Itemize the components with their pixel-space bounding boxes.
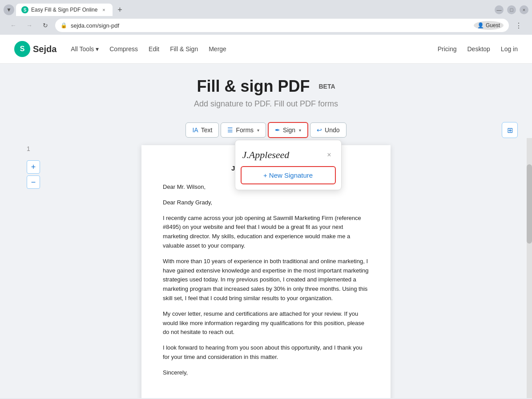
hero-title: Fill & sign PDF BETA [0,77,532,96]
site-nav: All Tools ▾ Compress Edit Fill & Sign Me… [71,45,437,53]
nav-merge[interactable]: Merge [209,45,226,53]
signature-name: J.Appleseed [242,149,290,161]
undo-icon: ↩ [317,126,322,134]
hero-beta-badge: BETA [318,83,335,90]
sign-dropdown-icon: ▾ [299,128,301,133]
sign-tool-icon: ✒ [275,126,280,134]
browser-chrome: ▼ S Easy Fill & Sign PDF Online × + — □ … [0,0,532,35]
signature-item[interactable]: J.Appleseed × [241,146,336,164]
tab-favicon: S [21,6,28,13]
grid-view-icon: ⊞ [507,126,513,134]
hero-title-text: Fill & sign PDF [197,77,310,96]
sign-dropdown-menu: J.Appleseed × + New Signature [235,140,342,190]
guest-avatar[interactable]: 👤 Guest [474,21,504,30]
pdf-closing: Sincerely, [163,368,369,378]
sign-tool-button[interactable]: ✒ Sign ▾ [268,122,308,138]
new-signature-button[interactable]: + New Signature [241,166,336,184]
compress-label: Compress [109,45,138,53]
forward-button[interactable]: → [23,19,36,32]
pdf-greeting: Dear Randy Grady, [163,198,369,208]
back-button[interactable]: ← [7,19,20,32]
nav-right: Pricing Desktop Log in [438,45,518,53]
nav-edit[interactable]: Edit [149,45,159,53]
tab-overflow-button[interactable]: ▼ [4,4,14,15]
page-content: S Sejda All Tools ▾ Compress Edit Fill &… [0,35,532,398]
window-controls: — □ × [495,5,528,14]
page-number: 1 [27,145,30,152]
sign-tool-label: Sign [283,126,295,134]
nav-compress[interactable]: Compress [109,45,138,53]
tab-title: Easy Fill & Sign PDF Online [31,7,97,13]
all-tools-label: All Tools [71,45,94,53]
edit-label: Edit [149,45,159,53]
forms-tool-icon: ☰ [227,126,233,134]
nav-desktop[interactable]: Desktop [467,45,490,53]
nav-all-tools[interactable]: All Tools ▾ [71,45,99,53]
fill-sign-label: Fill & Sign [170,45,198,53]
scrollbar-thumb[interactable] [527,164,532,243]
signature-close-button[interactable]: × [324,150,334,160]
forms-tool-label: Forms [236,126,254,134]
site-header: S Sejda All Tools ▾ Compress Edit Fill &… [0,35,532,64]
undo-label: Undo [325,126,339,134]
nav-fill-sign[interactable]: Fill & Sign [170,45,198,53]
new-tab-button[interactable]: + [114,4,125,15]
lock-icon: 🔒 [60,22,67,28]
toolbar-area: IA Text ☰ Forms ▾ ✒ Sign ▾ J.Appleseed [0,118,532,138]
guest-label: Guest [486,22,500,28]
browser-menu-button[interactable]: ⋮ [512,19,525,32]
hero-subtitle: Add signature to PDF. Fill out PDF forms [0,99,532,109]
text-tool-icon: IA [192,126,198,134]
browser-titlebar: ▼ S Easy Fill & Sign PDF Online × + — □ … [4,4,528,16]
hero-section: Fill & sign PDF BETA Add signature to PD… [0,64,532,118]
pdf-paragraph-4: I look forward to hearing from you soon … [163,343,369,362]
text-tool-button[interactable]: IA Text [185,122,219,138]
guest-icon: 👤 [477,22,484,28]
maximize-button[interactable]: □ [507,5,516,14]
sign-dropdown-wrapper: ✒ Sign ▾ J.Appleseed × + New Signature [268,122,308,138]
pdf-paragraph-2: With more than 10 years of experience in… [163,257,369,303]
grid-view-button[interactable]: ⊞ [502,122,518,138]
tab-close-button[interactable]: × [100,6,107,13]
minimize-button[interactable]: — [495,5,504,14]
toolbar: IA Text ☰ Forms ▾ ✒ Sign ▾ J.Appleseed [185,122,346,138]
text-tool-label: Text [201,126,213,134]
browser-addressbar: ← → ↻ 🔒 sejda.com/sign-pdf 👤 Guest ⋮ [4,19,528,35]
browser-tabs: ▼ S Easy Fill & Sign PDF Online × + [4,4,125,16]
scrollbar[interactable] [527,138,532,398]
nav-login[interactable]: Log in [501,45,518,53]
close-window-button[interactable]: × [520,5,528,14]
address-text: sejda.com/sign-pdf [71,22,470,29]
forms-dropdown-icon: ▾ [257,128,259,133]
undo-button[interactable]: ↩ Undo [310,122,346,138]
pdf-paragraph-3: My cover letter, resume and certificatio… [163,309,369,337]
browser-tab-active[interactable]: S Easy Fill & Sign PDF Online × [16,4,113,16]
all-tools-chevron: ▾ [96,45,99,53]
logo-name: Sejda [33,44,56,54]
forms-tool-button[interactable]: ☰ Forms ▾ [221,122,266,138]
merge-label: Merge [209,45,226,53]
new-signature-label: + New Signature [263,171,313,179]
zoom-out-button[interactable]: − [27,175,40,189]
logo-icon: S [14,41,30,57]
site-logo[interactable]: S Sejda [14,41,56,57]
zoom-controls: + − [27,160,40,189]
address-bar[interactable]: 🔒 sejda.com/sign-pdf 👤 Guest [55,19,509,32]
reload-button[interactable]: ↻ [39,19,52,32]
nav-pricing[interactable]: Pricing [438,45,457,53]
zoom-in-button[interactable]: + [27,160,40,174]
pdf-paragraph-1: I recently came across your job opening … [163,214,369,251]
